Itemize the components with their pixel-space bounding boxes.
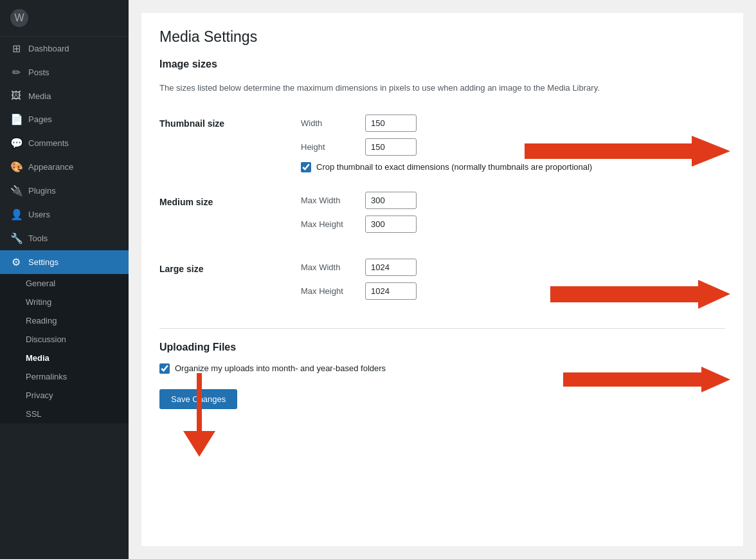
thumbnail-width-row: Width: [301, 115, 725, 132]
thumbnail-height-label: Height: [301, 142, 359, 152]
organize-checkbox[interactable]: [159, 363, 170, 374]
thumbnail-crop-row: Crop thumbnail to exact dimensions (norm…: [301, 162, 725, 172]
sidebar-item-settings[interactable]: ⚙ Settings: [0, 250, 129, 274]
large-label: Large size: [159, 246, 301, 313]
sidebar-item-posts[interactable]: ✏ Posts: [0, 60, 129, 84]
image-sizes-title: Image sizes: [159, 59, 725, 75]
submenu-media[interactable]: Media: [0, 349, 129, 367]
thumbnail-crop-label: Crop thumbnail to exact dimensions (norm…: [316, 162, 592, 172]
large-height-input[interactable]: [365, 282, 417, 300]
large-height-label: Max Height: [301, 286, 359, 296]
posts-icon: ✏: [10, 66, 22, 78]
uploading-section: Uploading Files Organize my uploads into…: [159, 342, 725, 374]
arrow-uploading: [180, 373, 257, 457]
large-width-row: Max Width: [301, 259, 725, 276]
submenu-discussion[interactable]: Discussion: [0, 330, 129, 349]
medium-width-input[interactable]: [365, 192, 417, 209]
comments-icon: 💬: [10, 137, 22, 149]
thumbnail-label: Thumbnail size: [159, 108, 301, 179]
sidebar-item-tools[interactable]: 🔧 Tools: [0, 226, 129, 250]
thumbnail-fields: Width Height Crop thumbnail to exact dim…: [301, 108, 725, 179]
submenu-permalinks[interactable]: Permalinks: [0, 367, 129, 386]
main-content: Media Settings Image sizes The sizes lis…: [129, 0, 756, 559]
thumbnail-width-label: Width: [301, 118, 359, 128]
appearance-icon: 🎨: [10, 161, 22, 173]
medium-label: Medium size: [159, 179, 301, 246]
medium-width-row: Max Width: [301, 192, 725, 209]
sidebar-logo: W: [0, 0, 129, 37]
medium-height-input[interactable]: [365, 215, 417, 233]
sidebar-item-comments[interactable]: 💬 Comments: [0, 131, 129, 155]
image-sizes-description: The sizes listed below determine the max…: [159, 82, 725, 95]
submenu-ssl[interactable]: SSL: [0, 405, 129, 423]
uploading-title: Uploading Files: [159, 342, 725, 353]
thumbnail-height-row: Height: [301, 138, 725, 156]
large-width-input[interactable]: [365, 259, 417, 276]
organize-label: Organize my uploads into month- and year…: [175, 363, 386, 373]
large-height-row: Max Height: [301, 282, 725, 300]
save-button[interactable]: Save Changes: [159, 389, 237, 409]
medium-fields: Max Width Max Height: [301, 179, 725, 246]
medium-row: Medium size Max Width Max Height: [159, 179, 725, 246]
media-icon: 🖼: [10, 90, 22, 102]
tools-icon: 🔧: [10, 232, 22, 244]
submenu-writing[interactable]: Writing: [0, 293, 129, 311]
plugins-icon: 🔌: [10, 185, 22, 197]
sidebar-item-appearance[interactable]: 🎨 Appearance: [0, 155, 129, 179]
main-inner: Media Settings Image sizes The sizes lis…: [141, 13, 743, 546]
submenu-reading[interactable]: Reading: [0, 311, 129, 330]
thumbnail-height-input[interactable]: [365, 138, 417, 156]
sidebar: W ⊞ Dashboard ✏ Posts 🖼 Media 📄 Pages 💬 …: [0, 0, 129, 559]
sidebar-item-dashboard[interactable]: ⊞ Dashboard: [0, 37, 129, 60]
page-title: Media Settings: [159, 28, 725, 46]
section-divider: [159, 328, 725, 329]
submenu-privacy[interactable]: Privacy: [0, 386, 129, 405]
settings-icon: ⚙: [10, 256, 22, 268]
sidebar-item-plugins[interactable]: 🔌 Plugins: [0, 179, 129, 203]
medium-width-label: Max Width: [301, 196, 359, 205]
thumbnail-crop-checkbox[interactable]: [301, 162, 311, 172]
organize-row: Organize my uploads into month- and year…: [159, 363, 725, 374]
medium-height-row: Max Height: [301, 215, 725, 233]
sidebar-item-media[interactable]: 🖼 Media: [0, 84, 129, 107]
form-table: Thumbnail size Width Height Crop thumbna…: [159, 108, 725, 313]
sidebar-item-users[interactable]: 👤 Users: [0, 203, 129, 226]
thumbnail-row: Thumbnail size Width Height Crop thumbna…: [159, 108, 725, 179]
submenu-general[interactable]: General: [0, 274, 129, 293]
users-icon: 👤: [10, 208, 22, 221]
medium-height-label: Max Height: [301, 219, 359, 229]
svg-marker-3: [183, 373, 215, 457]
sidebar-item-pages[interactable]: 📄 Pages: [0, 107, 129, 131]
sidebar-submenu: General Writing Reading Discussion Media…: [0, 274, 129, 423]
thumbnail-width-input[interactable]: [365, 115, 417, 132]
dashboard-icon: ⊞: [10, 42, 22, 55]
sidebar-nav: ⊞ Dashboard ✏ Posts 🖼 Media 📄 Pages 💬 Co…: [0, 37, 129, 274]
large-row: Large size Max Width Max Height: [159, 246, 725, 313]
large-fields: Max Width Max Height: [301, 246, 725, 313]
large-width-label: Max Width: [301, 262, 359, 272]
pages-icon: 📄: [10, 113, 22, 125]
wp-icon: W: [10, 9, 28, 27]
